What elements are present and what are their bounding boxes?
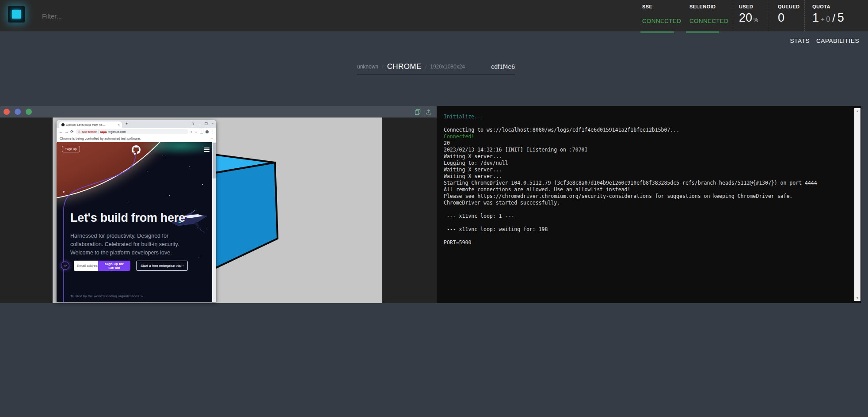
reload-icon[interactable]: ⟳ <box>70 129 74 134</box>
minimize-icon[interactable]: – <box>198 121 200 125</box>
hero-tagline: Harnessed for productivity. Designed for… <box>70 232 201 257</box>
tab-strip: GitHub: Let's build from he... × + ∨ – ▢… <box>57 120 216 128</box>
log-line: --- x11vnc loop: 1 --- <box>444 213 848 220</box>
quota-total: 5 <box>838 11 844 25</box>
view-tabs: STATS CAPABILITIES <box>790 38 860 44</box>
kebab-menu-icon[interactable]: ⋮ <box>211 130 214 134</box>
forward-icon[interactable]: → <box>65 129 69 134</box>
profile-avatar[interactable] <box>206 130 209 133</box>
url-divider <box>98 130 99 133</box>
session-id: cdf1f4e6 <box>491 63 515 70</box>
log-line: Please see https://chromedriver.chromium… <box>444 193 848 200</box>
https-struck: https <box>100 130 107 133</box>
close-window-button[interactable] <box>4 109 10 115</box>
url-field[interactable]: ⚠ Not secure https ://github.com <box>76 129 189 134</box>
email-field[interactable] <box>74 261 98 271</box>
filter-input[interactable] <box>41 8 228 24</box>
log-line: PORT=5900 <box>444 239 848 246</box>
session-browser: CHROME <box>387 62 422 71</box>
bookmark-star-icon[interactable]: ☆ <box>194 130 198 134</box>
quota-label: QUOTA <box>812 4 830 9</box>
session-underline <box>357 74 515 75</box>
copy-icon[interactable] <box>415 109 421 115</box>
upload-icon[interactable] <box>426 109 432 115</box>
minimize-window-button[interactable] <box>15 109 21 115</box>
infobar-close-icon[interactable]: × <box>211 136 213 140</box>
quota-plus: + <box>821 16 824 23</box>
toolbar-icons: < ☆ ⋮ <box>190 130 214 134</box>
log-line: Waiting X server... <box>444 173 848 180</box>
log-line: All remote connections are allowed. Use … <box>444 186 848 193</box>
selenoid-logo-icon[interactable] <box>8 6 25 23</box>
vnc-screen[interactable]: GitHub: Let's build from he... × + ∨ – ▢… <box>0 118 437 303</box>
tab-close-icon[interactable]: × <box>118 123 120 127</box>
signup-for-github-button[interactable]: Sign up for GitHub <box>98 261 130 271</box>
selenoid-ui-root: SSE CONNECTED SELENOID CONNECTED USED 20… <box>0 0 868 417</box>
close-icon[interactable]: × <box>212 121 214 125</box>
scroll-down-arrow-icon[interactable]: ▼ <box>854 296 860 299</box>
log-scrollbar[interactable]: ▲ ▼ <box>854 108 860 301</box>
tab-title: GitHub: Let's build from he... <box>66 123 116 126</box>
browser-window-controls: ∨ – ▢ × <box>192 121 214 125</box>
log-line <box>444 233 848 239</box>
queued-value: 0 <box>778 11 784 25</box>
code-icon: <> <box>61 262 69 270</box>
log-line <box>444 206 848 213</box>
logo-inner-square <box>12 10 21 19</box>
automation-infobar: Chrome is being controlled by automated … <box>57 135 216 142</box>
hero-heading: Let's build from here <box>70 211 185 225</box>
signup-form: <> Sign up for GitHub Start a free enter… <box>61 261 188 271</box>
quota-current: 1 <box>812 11 819 25</box>
vnc-titlebar <box>0 106 437 118</box>
queued-label: QUEUED <box>778 4 799 9</box>
log-line: ChromeDriver was started successfully. <box>444 200 848 206</box>
top-bar: SSE CONNECTED SELENOID CONNECTED USED 20… <box>0 0 868 31</box>
warning-icon: ⚠ <box>78 130 81 133</box>
log-line: Logging to: /dev/null <box>444 160 848 167</box>
log-line <box>444 120 848 127</box>
enterprise-trial-button[interactable]: Start a free enterprise trial › <box>136 261 188 271</box>
share-icon[interactable]: < <box>190 130 192 134</box>
vnc-panel: GitHub: Let's build from he... × + ∨ – ▢… <box>0 106 437 303</box>
log-output: Initialize...Connecting to ws://localhos… <box>444 114 848 299</box>
log-line <box>444 220 848 226</box>
header-divider <box>733 0 733 31</box>
sse-status-underline <box>640 31 674 33</box>
page-scrollbar[interactable] <box>212 142 216 302</box>
session-row[interactable]: unknown / CHROME / 1920x1080x24 cdf1f4e6 <box>357 60 515 73</box>
header-divider <box>768 0 768 31</box>
github-logo-icon[interactable] <box>132 145 141 154</box>
selenoid-status-underline <box>686 31 719 33</box>
maximize-icon[interactable]: ▢ <box>205 121 208 125</box>
trusted-text: Trusted by the world's leading organizat… <box>70 294 143 298</box>
sidepanel-icon[interactable] <box>200 130 203 133</box>
scroll-up-arrow-icon[interactable]: ▲ <box>854 110 860 113</box>
log-line: 20 <box>444 140 848 147</box>
hamburger-menu-icon[interactable] <box>204 148 209 153</box>
github-favicon <box>61 123 65 126</box>
used-unit: % <box>754 17 758 23</box>
back-icon[interactable]: ← <box>59 129 63 134</box>
used-value: 20 <box>739 11 752 25</box>
log-line: Connected! <box>444 133 848 140</box>
new-tab-button[interactable]: + <box>126 121 128 126</box>
sse-label: SSE <box>642 4 652 9</box>
page-scrollbar-thumb[interactable] <box>213 143 216 178</box>
selenoid-label: SELENOID <box>689 4 716 9</box>
log-line: --- x11vnc loop: waiting for: 198 <box>444 226 848 233</box>
log-line: 2023/02/13 14:32:16 [INIT] [Listening on… <box>444 147 848 153</box>
session-separator: / <box>382 64 384 70</box>
header-divider <box>804 0 805 31</box>
tab-capabilities[interactable]: CAPABILITIES <box>816 38 859 44</box>
github-page: Sign up Let's build from here Harnessed … <box>57 142 216 302</box>
fullscreen-window-button[interactable] <box>26 109 32 115</box>
tab-search-icon[interactable]: ∨ <box>192 121 194 125</box>
log-line: Waiting X server... <box>444 153 848 160</box>
quota-slash: / <box>832 12 835 24</box>
session-owner: unknown <box>357 64 378 70</box>
github-signup-button[interactable]: Sign up <box>62 146 80 152</box>
tab-stats[interactable]: STATS <box>790 38 810 44</box>
log-line: Waiting X server... <box>444 167 848 173</box>
address-bar: ← → ⟳ ⚠ Not secure https ://github.com < <box>57 128 216 135</box>
browser-tab[interactable]: GitHub: Let's build from he... × <box>59 121 122 128</box>
